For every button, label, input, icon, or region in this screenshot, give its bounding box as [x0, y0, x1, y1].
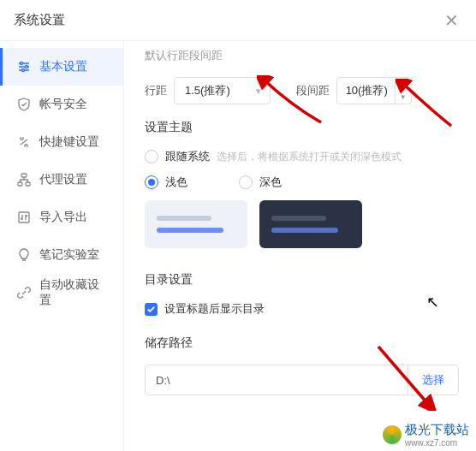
line-spacing-value: 1.5(推荐) [185, 83, 230, 98]
close-icon[interactable]: ✕ [441, 7, 462, 34]
main-panel: 默认行距段间距 行距 1.5(推荐) ▼ 段间距 10(推荐) ▲ ▼ 设置主题… [124, 41, 476, 451]
import-export-icon [17, 211, 31, 224]
choose-path-button[interactable]: 选择 [408, 365, 459, 395]
sidebar-item-import-export[interactable]: 导入导出 [0, 199, 123, 236]
sidebar-item-label: 笔记实验室 [39, 247, 99, 263]
svg-rect-6 [19, 212, 29, 223]
dialog-title: 系统设置 [14, 12, 65, 28]
radio-follow-system[interactable] [145, 150, 158, 163]
radio-dark[interactable] [239, 175, 253, 189]
sidebar-item-autosave[interactable]: 自动收藏设置 [0, 274, 123, 312]
sidebar-item-proxy[interactable]: 代理设置 [0, 161, 123, 199]
line-spacing-label: 行距 [145, 83, 167, 98]
line-spacing-select[interactable]: 1.5(推荐) ▼ [174, 77, 271, 104]
theme-preview-light[interactable] [145, 200, 247, 248]
sidebar: 基本设置 帐号安全 快捷键设置 代理设置 导入导出 [0, 41, 124, 451]
section-spacing-title: 默认行距段间距 [145, 48, 459, 63]
para-spacing-value: 10(推荐) [346, 83, 388, 98]
keyboard-icon [17, 135, 31, 149]
sidebar-item-label: 基本设置 [39, 59, 87, 74]
theme-preview-dark[interactable] [259, 200, 362, 248]
svg-point-0 [21, 62, 23, 65]
svg-rect-3 [21, 174, 27, 177]
svg-rect-4 [18, 182, 22, 186]
checkbox-show-toc[interactable] [145, 303, 158, 316]
sidebar-item-lab[interactable]: 笔记实验室 [0, 236, 123, 274]
checkbox-show-toc-label: 设置标题后显示目录 [164, 301, 265, 317]
storage-path-input[interactable]: D:\ [145, 365, 408, 395]
chevron-down-icon: ▼ [254, 86, 263, 96]
radio-light-label: 浅色 [165, 175, 187, 190]
sidebar-item-label: 导入导出 [39, 210, 87, 225]
shield-icon [17, 98, 31, 111]
section-dir-title: 目录设置 [145, 272, 459, 288]
sliders-icon [17, 60, 31, 74]
sidebar-item-label: 自动收藏设置 [39, 277, 110, 308]
sidebar-item-basic[interactable]: 基本设置 [0, 48, 123, 86]
para-spacing-label: 段间距 [296, 83, 330, 98]
sidebar-item-label: 帐号安全 [39, 97, 87, 112]
network-icon [17, 173, 31, 187]
svg-point-1 [26, 66, 28, 68]
bulb-icon [17, 248, 31, 262]
sidebar-item-shortcuts[interactable]: 快捷键设置 [0, 123, 123, 161]
svg-point-2 [22, 69, 25, 72]
spinner-down-icon[interactable]: ▼ [396, 91, 411, 104]
section-theme-title: 设置主题 [145, 120, 459, 135]
theme-follow-hint: 选择后，将根据系统打开或关闭深色模式 [217, 150, 402, 164]
sidebar-item-label: 代理设置 [39, 172, 87, 187]
radio-follow-system-label: 跟随系统 [165, 149, 210, 164]
sidebar-item-label: 快捷键设置 [39, 134, 99, 150]
spinner-up-icon[interactable]: ▲ [396, 77, 411, 91]
sidebar-item-account[interactable]: 帐号安全 [0, 86, 123, 123]
storage-path-value: D:\ [156, 374, 170, 387]
link-icon [17, 286, 31, 300]
radio-light[interactable] [145, 175, 158, 189]
section-path-title: 储存路径 [145, 335, 459, 351]
radio-dark-label: 深色 [259, 175, 282, 190]
para-spacing-input[interactable]: 10(推荐) ▲ ▼ [336, 77, 412, 104]
svg-rect-5 [26, 182, 30, 186]
